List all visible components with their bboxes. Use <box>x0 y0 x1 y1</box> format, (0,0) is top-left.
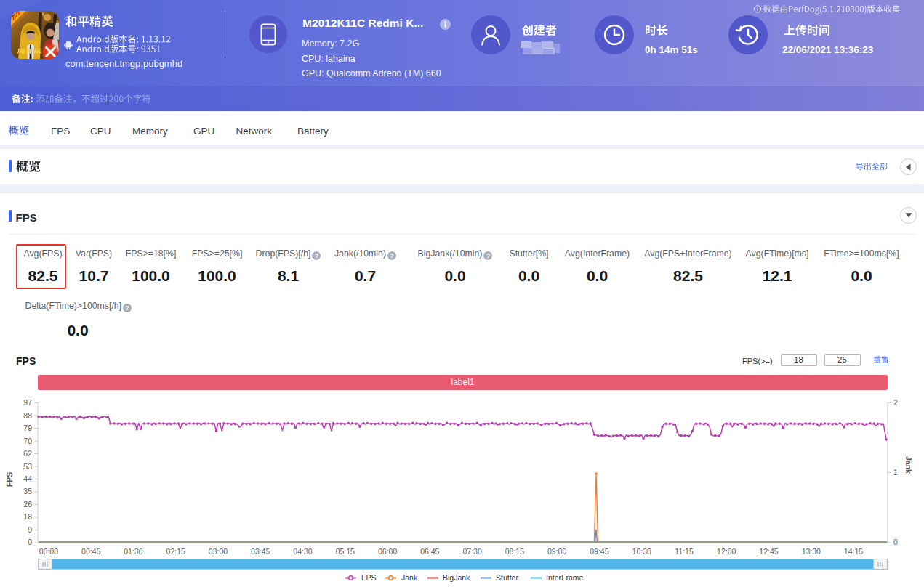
svg-text:1: 1 <box>893 468 898 477</box>
svg-text:26: 26 <box>23 500 32 509</box>
svg-text:06:45: 06:45 <box>420 547 439 556</box>
svg-text:08:15: 08:15 <box>505 547 524 556</box>
svg-text:05:15: 05:15 <box>336 547 355 556</box>
svg-text:88: 88 <box>23 411 32 420</box>
svg-text:10:30: 10:30 <box>632 547 651 556</box>
svg-text:BigJank: BigJank <box>443 573 470 582</box>
svg-text:0: 0 <box>893 538 898 546</box>
svg-text:62: 62 <box>23 449 32 458</box>
svg-text:03:00: 03:00 <box>209 547 228 556</box>
svg-text:2: 2 <box>893 398 898 407</box>
svg-text:09:00: 09:00 <box>547 547 566 556</box>
svg-text:01:30: 01:30 <box>124 547 142 556</box>
svg-text:12:45: 12:45 <box>759 547 778 556</box>
svg-text:0: 0 <box>28 538 32 546</box>
svg-text:Jank: Jank <box>401 573 418 582</box>
svg-text:00:00: 00:00 <box>39 547 58 556</box>
svg-text:18: 18 <box>23 512 32 521</box>
svg-text:FPS: FPS <box>5 472 14 487</box>
svg-text:07:30: 07:30 <box>462 547 481 556</box>
svg-text:70: 70 <box>23 437 32 445</box>
svg-text:Stutter: Stutter <box>496 573 518 582</box>
svg-text:FPS: FPS <box>361 573 376 582</box>
svg-text:12:00: 12:00 <box>717 547 736 556</box>
svg-text:03:45: 03:45 <box>251 547 270 556</box>
svg-text:InterFrame: InterFrame <box>546 573 584 582</box>
svg-text:11:15: 11:15 <box>675 547 694 556</box>
svg-text:53: 53 <box>23 462 32 471</box>
svg-text:97: 97 <box>23 398 32 407</box>
svg-text:79: 79 <box>23 424 32 432</box>
svg-text:44: 44 <box>23 474 32 483</box>
svg-text:Jank: Jank <box>904 456 913 474</box>
svg-text:35: 35 <box>23 487 32 495</box>
svg-text:04:30: 04:30 <box>293 547 312 556</box>
svg-text:09:45: 09:45 <box>590 547 608 556</box>
svg-text:00:45: 00:45 <box>81 547 100 556</box>
svg-text:06:00: 06:00 <box>378 547 397 556</box>
svg-text:02:15: 02:15 <box>166 547 185 556</box>
svg-text:14:15: 14:15 <box>844 547 863 556</box>
svg-text:9: 9 <box>28 525 32 534</box>
svg-text:13:30: 13:30 <box>802 547 821 556</box>
